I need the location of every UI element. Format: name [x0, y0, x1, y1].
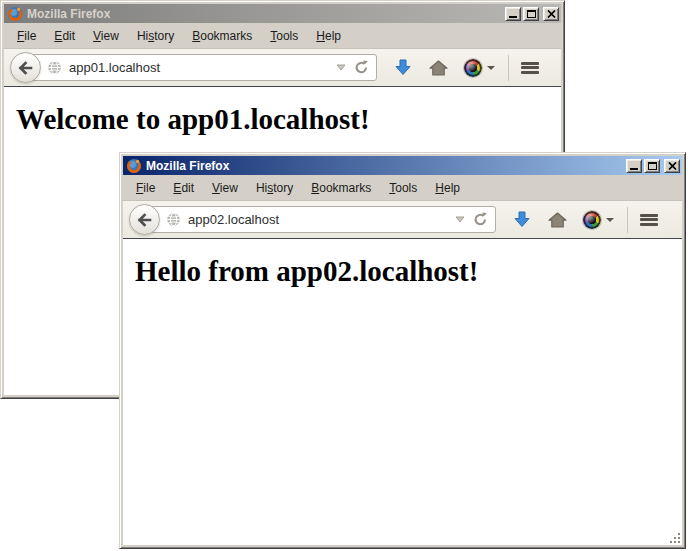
toolbar-separator — [508, 55, 509, 81]
aperture-icon — [583, 211, 601, 229]
maximize-button[interactable] — [644, 159, 660, 173]
resize-grip[interactable] — [668, 531, 682, 545]
minimize-button[interactable] — [505, 7, 521, 21]
maximize-button[interactable] — [523, 7, 539, 21]
reload-icon — [473, 212, 488, 227]
menu-bookmarks[interactable]: Bookmarks — [183, 26, 261, 46]
chevron-down-icon — [487, 66, 495, 70]
menu-tools[interactable]: Tools — [380, 178, 426, 198]
close-icon — [668, 162, 677, 170]
minimize-icon — [630, 168, 638, 170]
menu-bookmarks[interactable]: Bookmarks — [302, 178, 380, 198]
menu-view[interactable]: View — [203, 178, 247, 198]
menu-file[interactable]: File — [127, 178, 164, 198]
home-button[interactable] — [429, 60, 448, 76]
firefox-window-app02: Mozilla Firefox FileEditViewHistoryBookm… — [119, 152, 686, 549]
navigation-toolbar: app02.localhost — [123, 200, 682, 239]
url-text[interactable]: app01.localhost — [69, 60, 336, 75]
menu-button[interactable] — [640, 212, 658, 227]
page-heading: Welcome to app01.localhost! — [16, 103, 561, 136]
home-icon — [548, 212, 567, 228]
firefox-icon — [126, 158, 142, 174]
window-title: Mozilla Firefox — [146, 159, 229, 173]
minimize-button[interactable] — [626, 159, 642, 173]
back-button[interactable] — [129, 204, 160, 235]
window-titlebar[interactable]: Mozilla Firefox — [4, 4, 561, 23]
url-text[interactable]: app02.localhost — [188, 212, 455, 227]
window-title: Mozilla Firefox — [27, 7, 110, 21]
maximize-icon — [527, 10, 536, 18]
firefox-icon — [7, 6, 23, 22]
menu-help[interactable]: Help — [307, 26, 350, 46]
menu-bar: FileEditViewHistoryBookmarksToolsHelp — [4, 23, 561, 48]
url-bar[interactable]: app01.localhost — [25, 54, 377, 81]
reload-button[interactable] — [354, 60, 369, 75]
downloads-button[interactable] — [514, 211, 530, 228]
addon-button[interactable] — [464, 59, 495, 77]
home-button[interactable] — [548, 212, 567, 228]
close-icon — [547, 10, 556, 18]
page-content: Hello from app02.localhost! — [123, 239, 682, 545]
maximize-icon — [648, 162, 657, 170]
download-arrow-icon — [395, 59, 411, 76]
download-arrow-icon — [514, 211, 530, 228]
page-heading: Hello from app02.localhost! — [135, 255, 682, 288]
close-button[interactable] — [664, 159, 680, 173]
reload-button[interactable] — [473, 212, 488, 227]
navigation-toolbar: app01.localhost — [4, 48, 561, 87]
menu-help[interactable]: Help — [426, 178, 469, 198]
titlebar-buttons — [503, 7, 559, 21]
urlbar-dropdown-icon[interactable] — [455, 216, 465, 223]
menu-history[interactable]: History — [128, 26, 183, 46]
back-arrow-icon — [136, 212, 153, 228]
menu-file[interactable]: File — [8, 26, 45, 46]
toolbar-separator — [627, 207, 628, 233]
titlebar-buttons — [624, 159, 680, 173]
minimize-icon — [509, 16, 517, 18]
menu-tools[interactable]: Tools — [261, 26, 307, 46]
window-titlebar[interactable]: Mozilla Firefox — [123, 156, 682, 175]
menu-edit[interactable]: Edit — [45, 26, 84, 46]
urlbar-dropdown-icon[interactable] — [336, 64, 346, 71]
menu-button[interactable] — [521, 60, 539, 75]
url-bar[interactable]: app02.localhost — [144, 206, 496, 233]
menu-view[interactable]: View — [84, 26, 128, 46]
back-arrow-icon — [17, 60, 34, 76]
menu-edit[interactable]: Edit — [164, 178, 203, 198]
site-identity-globe-icon — [47, 60, 62, 75]
aperture-icon — [464, 59, 482, 77]
close-button[interactable] — [543, 7, 559, 21]
hamburger-icon — [521, 60, 539, 75]
addon-button[interactable] — [583, 211, 614, 229]
chevron-down-icon — [606, 218, 614, 222]
back-button[interactable] — [10, 52, 41, 83]
downloads-button[interactable] — [395, 59, 411, 76]
site-identity-globe-icon — [166, 212, 181, 227]
menu-bar: FileEditViewHistoryBookmarksToolsHelp — [123, 175, 682, 200]
hamburger-icon — [640, 212, 658, 227]
reload-icon — [354, 60, 369, 75]
home-icon — [429, 60, 448, 76]
menu-history[interactable]: History — [247, 178, 302, 198]
